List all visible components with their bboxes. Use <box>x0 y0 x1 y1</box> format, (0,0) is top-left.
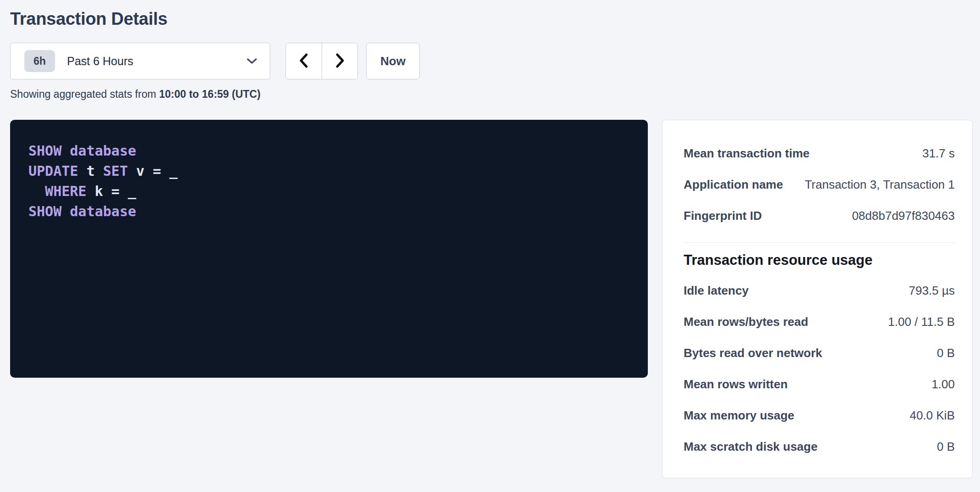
sql-statements-box: SHOWdatabase UPDATEtSETv=_ WHEREk=_ SHOW… <box>10 120 648 378</box>
usage-label: Max memory usage <box>684 408 803 423</box>
time-controls: 6h Past 6 Hours Now <box>10 43 973 79</box>
sql-placeholder: _ <box>169 163 178 179</box>
time-range-label: Past 6 Hours <box>67 55 134 68</box>
usage-value: 0 B <box>937 440 955 454</box>
transaction-summary-card: Mean transaction time 31.7 s Application… <box>662 120 973 478</box>
usage-row: Mean rows/bytes read 1.00 / 11.5 B <box>684 306 955 337</box>
usage-row: Bytes read over network 0 B <box>684 337 955 369</box>
summary-label: Mean transaction time <box>684 146 819 161</box>
sql-keyword: database <box>70 203 136 219</box>
time-range-badge: 6h <box>24 50 55 72</box>
sql-placeholder: _ <box>128 183 136 199</box>
usage-row: Max memory usage 40.0 KiB <box>684 400 955 431</box>
sql-line: WHEREk=_ <box>28 181 629 201</box>
time-nav-button-group <box>285 43 358 79</box>
usage-label: Bytes read over network <box>684 346 831 360</box>
usage-value: 1.00 / 11.5 B <box>888 315 955 329</box>
card-divider <box>684 242 955 243</box>
sql-operator: = <box>111 183 120 199</box>
main-content: SHOWdatabase UPDATEtSETv=_ WHEREk=_ SHOW… <box>10 120 973 478</box>
sql-identifier: t <box>86 163 95 179</box>
summary-label: Application name <box>684 178 792 192</box>
usage-row: Idle latency 793.5 µs <box>684 275 955 306</box>
chevron-left-icon <box>298 52 310 70</box>
page-title: Transaction Details <box>10 9 973 29</box>
usage-label: Mean rows/bytes read <box>684 315 818 329</box>
sql-identifier: k <box>95 183 103 199</box>
sql-keyword: database <box>70 143 136 159</box>
now-button[interactable]: Now <box>366 43 420 79</box>
sql-keyword: SHOW <box>28 203 61 219</box>
sql-operator: = <box>153 163 161 179</box>
sql-keyword: WHERE <box>45 183 86 199</box>
sql-line: SHOWdatabase <box>28 201 629 222</box>
summary-row: Fingerprint ID 08d8b7d97f830463 <box>684 200 955 231</box>
stats-prefix: Showing aggregated stats from <box>10 88 156 100</box>
prev-time-button[interactable] <box>286 43 322 79</box>
usage-label: Mean rows written <box>684 377 797 391</box>
aggregated-stats-text: Showing aggregated stats from 10:00 to 1… <box>10 88 973 101</box>
sql-keyword: UPDATE <box>28 163 78 179</box>
summary-value: 08d8b7d97f830463 <box>852 209 955 223</box>
chevron-right-icon <box>334 52 346 70</box>
sql-keyword: SHOW <box>28 143 61 159</box>
usage-label: Max scratch disk usage <box>684 440 827 454</box>
usage-row: Max scratch disk usage 0 B <box>684 431 955 462</box>
transaction-details-page: Transaction Details 6h Past 6 Hours Now <box>0 0 980 478</box>
time-range-text: 10:00 to 16:59 (UTC) <box>159 88 261 100</box>
next-time-button[interactable] <box>322 43 357 79</box>
sql-line: SHOWdatabase <box>28 141 629 161</box>
summary-label: Fingerprint ID <box>684 209 771 223</box>
sql-line: UPDATEtSETv=_ <box>28 161 629 181</box>
summary-row: Mean transaction time 31.7 s <box>684 138 955 169</box>
sql-identifier: v <box>136 163 145 179</box>
summary-row: Application name Transaction 3, Transact… <box>684 169 955 200</box>
resource-usage-section-title: Transaction resource usage <box>684 252 955 268</box>
usage-value: 1.00 <box>931 377 955 391</box>
usage-value: 793.5 µs <box>909 284 955 298</box>
summary-value: 31.7 s <box>922 146 955 161</box>
usage-row: Mean rows written 1.00 <box>684 369 955 400</box>
usage-value: 40.0 KiB <box>910 408 955 423</box>
usage-label: Idle latency <box>684 284 758 298</box>
sql-keyword: SET <box>103 163 128 179</box>
summary-value: Transaction 3, Transaction 1 <box>805 178 955 192</box>
time-range-dropdown[interactable]: 6h Past 6 Hours <box>10 43 270 79</box>
chevron-down-icon <box>246 57 258 65</box>
usage-value: 0 B <box>937 346 955 360</box>
